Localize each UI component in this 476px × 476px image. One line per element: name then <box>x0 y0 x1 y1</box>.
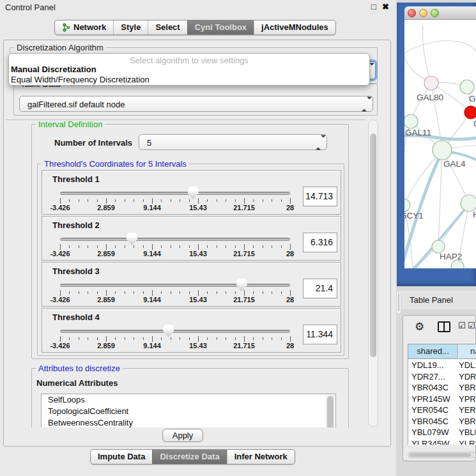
network-canvas[interactable]: GAL80GACGAL11GAL4GCY1HHAP2 <box>404 20 476 268</box>
table-row[interactable]: YPR145WYPR1 <box>408 394 476 405</box>
attribute-list-item[interactable]: BetweennessCentrality <box>42 417 335 427</box>
tick-mark <box>115 337 116 340</box>
network-node[interactable] <box>460 80 474 94</box>
network-icon <box>62 23 70 32</box>
tick-mark <box>290 244 291 250</box>
close-panel-icon[interactable]: ✖ <box>382 2 389 12</box>
threshold-4-value-field[interactable]: 11.344 <box>303 325 337 344</box>
table-horizontal-scrollbar[interactable] <box>408 452 476 458</box>
minimize-window-icon[interactable] <box>419 9 427 17</box>
attribute-list-item[interactable]: TopologicalCoefficient <box>42 406 335 417</box>
network-edge[interactable] <box>423 26 431 83</box>
threshold-1-slider-thumb[interactable] <box>188 187 199 199</box>
tab-jactivemnodules[interactable]: jActiveMNodules <box>254 20 335 35</box>
table-panel-header[interactable]: Table Panel <box>396 291 476 309</box>
cell-name[interactable]: YER0 <box>459 404 476 415</box>
tab-impute-data[interactable]: Impute Data <box>91 450 152 464</box>
cell-name[interactable]: YBR0 <box>459 416 476 427</box>
checkbox-icon[interactable]: ☑ <box>458 321 466 330</box>
tab-style[interactable]: Style <box>113 20 148 35</box>
tick-mark <box>290 290 291 296</box>
table-row[interactable]: YBL079WYBL0 <box>408 427 476 438</box>
number-of-intervals-combobox[interactable]: 5 <box>139 134 327 150</box>
cell-name[interactable]: YPR1 <box>459 394 476 404</box>
tick-mark <box>198 198 199 204</box>
interval-definition-title: Interval Definition <box>36 119 105 129</box>
cell-name[interactable]: YBR0 <box>459 382 476 393</box>
table-data-combobox[interactable]: galFiltered.sif default node <box>19 96 373 112</box>
table-row[interactable]: YBR043CYBR0 <box>408 382 476 394</box>
numerical-attributes-list[interactable]: SelfLoopsTopologicalCoefficientBetweenne… <box>41 394 336 427</box>
threshold-2-value-field[interactable]: 6.316 <box>303 233 337 252</box>
threshold-2-slider-thumb[interactable] <box>127 233 137 245</box>
network-node[interactable] <box>433 141 452 160</box>
axis-tick-label: 28 <box>286 250 294 257</box>
main-scrollbar-thumb[interactable] <box>370 134 376 357</box>
threshold-3-slider-thumb[interactable] <box>236 279 247 291</box>
apply-button[interactable]: Apply <box>162 429 203 442</box>
tab-discretize-data[interactable]: Discretize Data <box>152 450 226 464</box>
axis-tick-label: 2.859 <box>97 296 115 303</box>
cell-shared-name[interactable]: YLR345W <box>411 438 449 445</box>
attributes-list-scrollbar[interactable] <box>326 395 335 427</box>
table-row[interactable]: YDL19...YDL1 <box>408 360 476 371</box>
attributes-scrollbar-thumb[interactable] <box>327 396 334 427</box>
threshold-1-slider-track[interactable] <box>60 192 290 195</box>
threshold-4-slider-track[interactable] <box>60 330 290 333</box>
float-window-icon[interactable]: □ <box>371 2 376 12</box>
cell-shared-name[interactable]: YER054C <box>411 404 449 415</box>
algorithm-item-manual[interactable]: Manual Discretization <box>11 65 96 74</box>
tab-select[interactable]: Select <box>148 20 187 35</box>
cell-shared-name[interactable]: YDL19... <box>411 360 444 371</box>
network-node[interactable] <box>404 114 418 128</box>
threshold-3-value-field[interactable]: 21.4 <box>303 279 337 298</box>
tab-network[interactable]: Network <box>55 20 113 35</box>
algorithm-item-equal-width[interactable]: Equal Width/Frequency Discretization <box>11 75 150 84</box>
tick-mark <box>88 199 88 202</box>
tick-mark <box>263 337 263 340</box>
cell-shared-name[interactable]: YDR27... <box>411 371 445 382</box>
checkbox-icon[interactable]: ☑ <box>468 321 475 330</box>
network-edge[interactable] <box>404 41 476 54</box>
threshold-3-slider-track[interactable] <box>60 284 290 287</box>
network-node[interactable] <box>432 240 445 253</box>
cell-name[interactable]: YLR3 <box>459 438 476 445</box>
table-row[interactable]: YDR27...YDR2 <box>408 371 476 383</box>
network-edge[interactable] <box>438 150 442 247</box>
cell-name[interactable]: YDL1 <box>459 360 476 371</box>
divider-scrollbar[interactable] <box>396 291 401 314</box>
column-header-shared-name[interactable]: shared... <box>408 344 458 359</box>
threshold-1-value-field[interactable]: 14.713 <box>303 187 337 206</box>
column-header-name[interactable]: name <box>459 344 476 359</box>
network-node[interactable] <box>404 199 410 211</box>
tick-mark <box>79 245 79 248</box>
cell-name[interactable]: YDR2 <box>459 371 476 382</box>
tab-cyni-toolbox[interactable]: Cyni Toolbox <box>187 20 254 35</box>
table-row[interactable]: YLR345WYLR3 <box>408 438 476 445</box>
network-window-titlebar[interactable] <box>404 6 476 20</box>
settings-gear-icon[interactable]: ⚙ <box>415 320 424 334</box>
cell-shared-name[interactable]: YBR045C <box>411 416 449 427</box>
attribute-list-item[interactable]: SelfLoops <box>42 394 335 406</box>
table-row[interactable]: YER054CYER0 <box>408 404 476 416</box>
table-hscrollbar-thumb[interactable] <box>410 453 471 457</box>
column-layout-icon[interactable] <box>438 321 450 332</box>
divider-scrollbar-thumb[interactable] <box>398 293 399 311</box>
zoom-window-icon[interactable] <box>431 9 439 17</box>
threshold-4-slider-thumb[interactable] <box>163 325 174 337</box>
network-node[interactable] <box>464 106 476 119</box>
cell-shared-name[interactable]: YBR043C <box>411 382 449 393</box>
main-vertical-scrollbar[interactable] <box>368 119 378 427</box>
tick-mark <box>281 291 282 294</box>
cell-name[interactable]: YBL0 <box>459 427 476 438</box>
tick-mark <box>88 337 88 340</box>
tab-infer-network[interactable]: Infer Network <box>227 450 295 464</box>
cell-shared-name[interactable]: YBL079W <box>411 427 449 438</box>
network-node[interactable] <box>424 76 438 90</box>
table-row[interactable]: YBR045CYBR0 <box>408 416 476 427</box>
node-attribute-table[interactable]: shared... name YDL19...YDL1YDR27...YDR2Y… <box>408 344 476 445</box>
close-window-icon[interactable] <box>408 9 416 17</box>
cell-shared-name[interactable]: YPR145W <box>411 394 450 404</box>
threshold-2-slider-track[interactable] <box>60 238 290 241</box>
algorithm-placeholder-item[interactable]: Select algorithm to view settings <box>9 56 369 65</box>
